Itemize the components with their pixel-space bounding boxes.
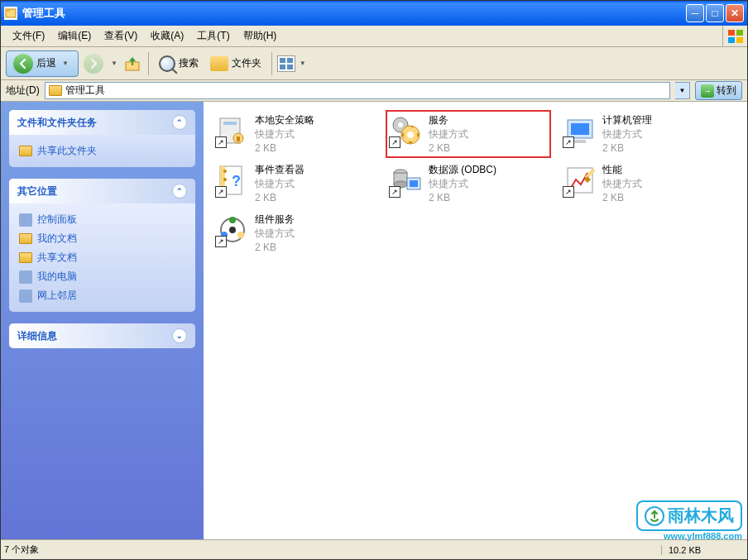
file-icon: ↗ (563, 163, 597, 198)
my-computer-icon (19, 270, 32, 284)
back-button[interactable]: 后退 ▼ (6, 50, 79, 77)
menu-file[interactable]: 文件(F) (6, 26, 51, 45)
go-label: 转到 (717, 84, 736, 98)
up-button[interactable] (122, 53, 143, 74)
control-panel-label: 控制面板 (37, 213, 77, 227)
shortcut-arrow-icon: ↗ (215, 136, 227, 148)
file-size: 2 KB (602, 191, 642, 205)
svg-rect-28 (410, 180, 418, 187)
file-name: 性能 (602, 163, 642, 177)
window-controls: ─ □ ✕ (686, 4, 744, 22)
svg-rect-1 (6, 9, 10, 12)
svg-point-21 (223, 170, 227, 173)
file-info: 组件服务快捷方式2 KB (255, 213, 295, 254)
folders-button[interactable]: 文件夹 (205, 53, 266, 74)
file-info: 服务快捷方式2 KB (429, 113, 468, 155)
file-name: 组件服务 (255, 213, 295, 227)
back-dropdown-icon: ▼ (62, 60, 69, 67)
file-name: 计算机管理 (602, 113, 652, 127)
file-icon: ↗ (215, 213, 250, 247)
svg-rect-2 (728, 30, 735, 36)
watermark-text: 雨林木风 (668, 505, 734, 527)
window-title: 管理工具 (22, 6, 686, 21)
svg-point-31 (229, 217, 236, 223)
view-mode-button[interactable] (277, 55, 295, 72)
maximize-button[interactable]: □ (706, 4, 724, 22)
svg-rect-3 (736, 30, 743, 36)
tasks-panel-header[interactable]: 文件和文件夹任务 ⌃ (9, 110, 195, 135)
svg-rect-8 (223, 122, 237, 125)
file-item[interactable]: ↗本地安全策略快捷方式2 KB (212, 110, 377, 158)
close-button[interactable]: ✕ (726, 4, 744, 22)
svg-rect-16 (571, 123, 589, 135)
places-panel-title: 其它位置 (17, 184, 57, 199)
sidebar-link-control-panel[interactable]: 控制面板 (17, 210, 187, 229)
file-type: 快捷方式 (255, 177, 304, 191)
sidebar-link-my-documents[interactable]: 我的文档 (17, 229, 187, 248)
file-item[interactable]: ↗计算机管理快捷方式2 KB (559, 110, 725, 158)
svg-rect-17 (574, 140, 586, 143)
share-folder-label: 共享此文件夹 (37, 144, 97, 158)
svg-point-22 (223, 178, 227, 181)
file-icon: ↗ (389, 113, 424, 148)
shortcut-arrow-icon: ↗ (389, 186, 400, 198)
tasks-panel-title: 文件和文件夹任务 (17, 116, 97, 130)
sidebar-link-network-places[interactable]: 网上邻居 (17, 286, 187, 305)
sidebar-link-shared-documents[interactable]: 共享文档 (17, 248, 187, 267)
svg-point-12 (398, 122, 403, 127)
statusbar: 7 个对象 10.2 KB (1, 539, 747, 559)
sidebar-link-my-computer[interactable]: 我的电脑 (17, 267, 187, 286)
file-type: 快捷方式 (429, 127, 468, 141)
file-item[interactable]: ?↗事件查看器快捷方式2 KB (212, 160, 377, 208)
address-input[interactable]: 管理工具 (45, 82, 670, 99)
view-mode-dropdown-icon[interactable]: ▼ (300, 60, 306, 67)
menubar: 文件(F) 编辑(E) 查看(V) 收藏(A) 工具(T) 帮助(H) (1, 26, 747, 47)
file-item[interactable]: ↗数据源 (ODBC)快捷方式2 KB (386, 160, 551, 208)
file-info: 计算机管理快捷方式2 KB (602, 113, 652, 155)
menu-view[interactable]: 查看(V) (98, 26, 144, 45)
file-size: 2 KB (429, 141, 468, 156)
shortcut-arrow-icon: ↗ (563, 136, 574, 148)
menu-edit[interactable]: 编辑(E) (51, 26, 98, 45)
places-panel: 其它位置 ⌃ 控制面板 我的文档 共享文档 我的电脑 (9, 179, 195, 312)
file-type: 快捷方式 (602, 127, 652, 141)
file-name: 事件查看器 (255, 163, 304, 177)
tasks-panel: 文件和文件夹任务 ⌃ 共享此文件夹 (9, 110, 195, 167)
search-button[interactable]: 搜索 (154, 52, 204, 75)
network-places-label: 网上邻居 (37, 289, 77, 303)
file-area[interactable]: ↗本地安全策略快捷方式2 KB↗服务快捷方式2 KB↗计算机管理快捷方式2 KB… (204, 102, 747, 539)
details-panel-header[interactable]: 详细信息 ⌄ (9, 323, 195, 348)
menu-tools[interactable]: 工具(T) (190, 26, 236, 45)
file-size: 2 KB (255, 191, 304, 205)
address-label: 地址(D) (6, 84, 40, 98)
sidebar: 文件和文件夹任务 ⌃ 共享此文件夹 其它位置 ⌃ 控制面板 (1, 102, 204, 539)
file-item[interactable]: ↗性能快捷方式2 KB (559, 160, 725, 208)
file-icon: ↗ (215, 113, 250, 148)
menu-help[interactable]: 帮助(H) (237, 26, 284, 45)
share-folder-icon (19, 146, 32, 156)
file-type: 快捷方式 (602, 177, 642, 191)
places-panel-header[interactable]: 其它位置 ⌃ (9, 179, 195, 203)
menu-favorites[interactable]: 收藏(A) (144, 26, 190, 45)
forward-dropdown-icon[interactable]: ▼ (111, 60, 117, 67)
network-places-icon (19, 290, 32, 303)
file-item[interactable]: ↗组件服务快捷方式2 KB (212, 209, 377, 257)
minimize-button[interactable]: ─ (686, 4, 704, 22)
content-area: 文件和文件夹任务 ⌃ 共享此文件夹 其它位置 ⌃ 控制面板 (1, 102, 747, 539)
folders-label: 文件夹 (232, 56, 261, 70)
address-dropdown[interactable]: ▼ (675, 82, 690, 99)
file-size: 2 KB (255, 141, 314, 156)
svg-point-32 (237, 232, 244, 238)
forward-button[interactable] (84, 54, 103, 74)
file-info: 本地安全策略快捷方式2 KB (255, 113, 314, 155)
svg-text:?: ? (232, 173, 241, 189)
my-documents-label: 我的文档 (37, 232, 77, 246)
svg-point-34 (229, 227, 236, 233)
file-type: 快捷方式 (255, 127, 314, 141)
go-button[interactable]: → 转到 (695, 81, 742, 100)
svg-point-14 (407, 132, 414, 138)
shared-documents-label: 共享文档 (37, 251, 77, 265)
shortcut-arrow-icon: ↗ (215, 236, 227, 247)
file-item[interactable]: ↗服务快捷方式2 KB (386, 110, 551, 158)
sidebar-link-share-folder[interactable]: 共享此文件夹 (17, 141, 187, 160)
